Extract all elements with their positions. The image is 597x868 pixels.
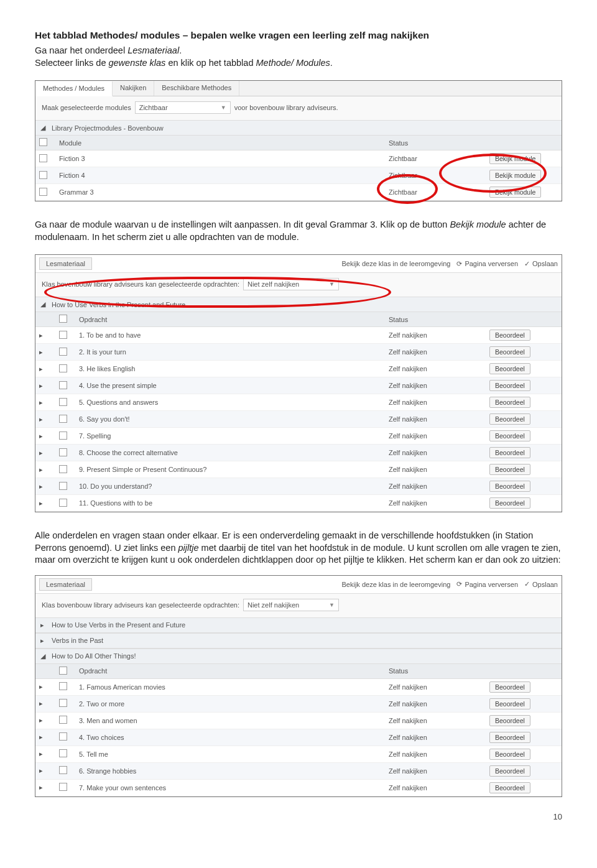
select-all-checkbox[interactable] — [39, 138, 47, 146]
beoordeel-button[interactable]: Beoordeel — [489, 346, 530, 358]
row-checkbox[interactable] — [59, 432, 67, 440]
row-checkbox[interactable] — [59, 465, 67, 473]
expander-right-icon[interactable]: ▸ — [39, 699, 43, 707]
tab-beschikbare-methodes[interactable]: Beschikbare Methodes — [154, 81, 239, 96]
row-checkbox[interactable] — [59, 415, 67, 423]
row-checkbox[interactable] — [39, 171, 47, 179]
row-checkbox[interactable] — [39, 154, 47, 162]
expander-right-icon[interactable]: ▸ — [39, 750, 43, 757]
expander-right-icon[interactable]: ▸ — [39, 415, 43, 423]
row-checkbox[interactable] — [59, 482, 67, 490]
opdracht-status: Zelf nakijken — [385, 428, 486, 445]
tab-nakijken[interactable]: Nakijken — [113, 81, 154, 96]
select-all-checkbox[interactable] — [59, 315, 67, 323]
expander-down-icon[interactable]: ◢ — [40, 300, 47, 308]
beoordeel-button[interactable]: Beoordeel — [489, 732, 530, 743]
beoordeel-button[interactable]: Beoordeel — [489, 749, 530, 760]
row-checkbox[interactable] — [59, 766, 67, 774]
dropdown-value: Zichtbaar — [139, 104, 168, 111]
opdracht-name: 2. It is your turn — [75, 344, 385, 361]
expander-right-icon[interactable]: ▸ — [39, 683, 43, 690]
table-row: ▸6. Say you don't!Zelf nakijkenBeoordeel — [35, 411, 562, 428]
expander-right-icon[interactable]: ▸ — [39, 449, 43, 456]
expander-right-icon[interactable]: ▸ — [39, 348, 43, 356]
expander-right-icon[interactable]: ▸ — [39, 783, 43, 791]
beoordeel-button[interactable]: Beoordeel — [489, 363, 530, 374]
text: . — [179, 45, 182, 55]
row-checkbox[interactable] — [59, 783, 67, 791]
expander-down-icon[interactable]: ◢ — [40, 652, 47, 660]
save-link[interactable]: ✓Opslaan — [524, 260, 558, 268]
beoordeel-button[interactable]: Beoordeel — [489, 715, 530, 726]
expander-right-icon[interactable]: ▸ — [39, 466, 43, 473]
beoordeel-button[interactable]: Beoordeel — [489, 481, 530, 492]
beoordeel-button[interactable]: Beoordeel — [489, 380, 530, 391]
breadcrumb-lesmateriaal[interactable]: Lesmateriaal — [39, 578, 92, 591]
beoordeel-button[interactable]: Beoordeel — [489, 698, 530, 709]
bekijk-module-button[interactable]: Bekijk module — [489, 170, 541, 181]
row-checkbox[interactable] — [59, 381, 67, 389]
text: Selecteer links de — [35, 58, 108, 68]
expander-right-icon[interactable]: ▸ — [39, 382, 43, 389]
refresh-page-link[interactable]: ⟳Pagina verversen — [456, 260, 518, 268]
expander-right-icon[interactable]: ▸ — [39, 733, 43, 741]
refresh-page-link[interactable]: ⟳Pagina verversen — [456, 580, 518, 588]
expander-right-icon[interactable]: ▸ — [39, 365, 43, 372]
expander-right-icon[interactable]: ▸ — [39, 331, 43, 339]
bekijk-module-button[interactable]: Bekijk module — [489, 153, 541, 164]
row-checkbox[interactable] — [59, 749, 67, 757]
row-checkbox[interactable] — [59, 331, 67, 339]
row-checkbox[interactable] — [59, 682, 67, 690]
beoordeel-button[interactable]: Beoordeel — [489, 430, 530, 441]
expander-right-icon[interactable]: ▸ — [39, 482, 43, 490]
bekijk-module-button[interactable]: Bekijk module — [489, 187, 541, 198]
nakijken-dropdown[interactable]: Niet zelf nakijken ▼ — [243, 599, 339, 611]
table-row: ▸8. Choose the correct alternativeZelf n… — [35, 445, 562, 461]
beoordeel-button[interactable]: Beoordeel — [489, 397, 530, 408]
beoordeel-button[interactable]: Beoordeel — [489, 765, 530, 777]
expander-right-icon[interactable]: ▸ — [40, 621, 47, 629]
view-in-leeromgeving-link[interactable]: Bekijk deze klas in de leeromgeving — [342, 260, 451, 267]
expander-right-icon[interactable]: ▸ — [39, 767, 43, 774]
opdracht-status: Zelf nakijken — [385, 729, 486, 746]
opdracht-status: Zelf nakijken — [385, 695, 486, 712]
expander-down-icon[interactable]: ◢ — [40, 124, 47, 132]
expander-right-icon[interactable]: ▸ — [39, 499, 43, 507]
beoordeel-button[interactable]: Beoordeel — [489, 681, 530, 693]
expander-right-icon[interactable]: ▸ — [39, 432, 43, 440]
row-checkbox[interactable] — [59, 348, 67, 356]
row-checkbox[interactable] — [59, 699, 67, 707]
visibility-dropdown[interactable]: Zichtbaar ▼ — [135, 101, 231, 114]
beoordeel-button[interactable]: Beoordeel — [489, 447, 530, 458]
row-checkbox[interactable] — [59, 716, 67, 724]
save-link[interactable]: ✓Opslaan — [524, 580, 558, 588]
select-all-checkbox[interactable] — [59, 667, 67, 675]
tab-methodes-modules[interactable]: Methodes / Modules — [35, 81, 113, 96]
intro-para-1: Ga naar het onderdeel Lesmateriaal. Sele… — [35, 45, 562, 69]
row-checkbox[interactable] — [59, 398, 67, 406]
expander-right-icon[interactable]: ▸ — [40, 637, 47, 645]
breadcrumb-lesmateriaal[interactable]: Lesmateriaal — [39, 257, 92, 270]
expander-right-icon[interactable]: ▸ — [39, 399, 43, 406]
table-row: Fiction 3ZichtbaarBekijk module — [35, 150, 562, 167]
expander-right-icon[interactable]: ▸ — [39, 716, 43, 724]
beoordeel-button[interactable]: Beoordeel — [489, 413, 530, 425]
opdracht-name: 3. Men and women — [75, 712, 385, 729]
row-checkbox[interactable] — [59, 448, 67, 456]
row-checkbox[interactable] — [59, 499, 67, 507]
view-in-leeromgeving-link[interactable]: Bekijk deze klas in de leeromgeving — [342, 581, 451, 588]
beoordeel-button[interactable]: Beoordeel — [489, 330, 530, 341]
opdracht-name: 6. Say you don't! — [75, 411, 385, 428]
col-opdracht: Opdracht — [75, 664, 385, 679]
beoordeel-button[interactable]: Beoordeel — [489, 497, 530, 509]
beoordeel-button[interactable]: Beoordeel — [489, 782, 530, 793]
opdracht-name: 2. Two or more — [75, 695, 385, 712]
beoordeel-button[interactable]: Beoordeel — [489, 464, 530, 475]
row-checkbox[interactable] — [59, 732, 67, 741]
dropdown-value: Niet zelf nakijken — [248, 601, 299, 609]
nakijken-dropdown[interactable]: Niet zelf nakijken ▼ — [243, 278, 339, 290]
row-checkbox[interactable] — [59, 364, 67, 372]
para-3: Alle onderdelen en vragen staan onder el… — [35, 530, 562, 566]
row-checkbox[interactable] — [39, 188, 47, 196]
text-italic: Methode/ Modules — [256, 58, 330, 68]
